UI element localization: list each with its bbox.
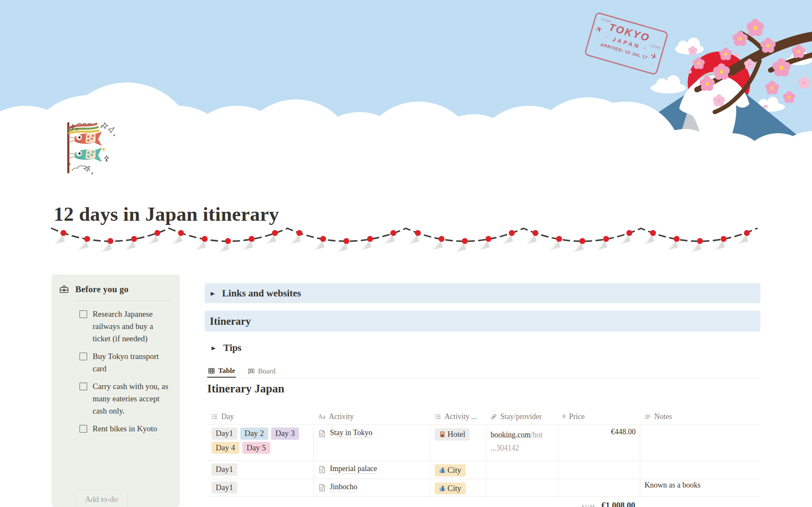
column-label: Activity [329,412,354,421]
notes-cell[interactable] [640,425,760,460]
type-tag-label: City [447,483,461,494]
activity-page-link[interactable]: Stay in Tokyo [330,428,372,438]
board-view-icon [248,368,255,375]
toggle-arrow-icon[interactable]: ▶ [211,290,215,296]
multi-select-icon [435,414,441,420]
day-tag: Day1 [211,463,237,476]
todo-checkbox[interactable] [80,383,87,390]
tab-board-view[interactable]: Board [247,362,277,378]
day-tag: Day1 [211,482,237,494]
activity-cell[interactable]: Jinbocho [314,479,431,497]
todo-label: Buy Tokyo transport card [93,350,172,375]
column-header-notes[interactable]: Notes [640,412,760,421]
add-todo-button[interactable]: Add to-do [75,489,128,507]
cityscape-emoji [439,467,446,474]
activity-page-link[interactable]: Jinbocho [330,482,357,492]
bunting-garland [0,220,812,273]
table-sum-row: SUM €1,008.00 [207,501,760,507]
cover-art [0,0,812,153]
multi-select-icon [211,414,218,420]
day-tag: Day 4 [211,442,239,454]
table-row: Day1 Jinbocho [207,479,760,497]
page-icon [318,430,326,438]
todo-label: Rent bikes in Kyoto [93,422,157,435]
activity-type-cell[interactable]: City [431,479,486,497]
page-icon [318,484,326,492]
tips-toggle-label: Tips [223,343,241,354]
activity-cell[interactable]: Imperial palace [314,461,431,479]
table-header-row: Day Aa Activity Activity ... [207,408,760,425]
database-title[interactable]: Itinerary Japan [207,382,284,395]
sidebar-header: Before you go [52,274,180,299]
day-tag: Day1 [211,428,237,440]
todo-checkbox[interactable] [80,310,87,318]
notes-cell[interactable]: Known as a books [640,479,760,497]
day-tag: Day 3 [271,428,299,440]
stay-provider-cell[interactable] [486,479,558,497]
column-label: Notes [654,412,672,421]
column-header-price[interactable]: # Price [558,412,640,421]
stay-provider-cell[interactable]: booking.com/hot ...304142 [486,425,558,460]
todo-checkbox[interactable] [80,353,87,360]
todo-item: Buy Tokyo transport card [52,348,180,378]
tab-table-label: Table [218,367,235,375]
column-header-activity-type[interactable]: Activity ... [431,412,486,421]
column-label: Price [569,412,585,421]
activity-type-cell[interactable]: Hotel [431,425,486,460]
tab-table-view[interactable]: Table [207,362,236,378]
todo-item: Rent bikes in Kyoto [52,420,180,438]
day-tag: Day 2 [240,428,268,440]
page-title[interactable]: 12 days in Japan itinerary [54,203,279,225]
booking-link[interactable]: booking.com/hot ...304142 [491,426,554,455]
cityscape-emoji [439,485,446,492]
tips-toggle[interactable]: ▶ Tips [207,339,241,357]
day-cell[interactable]: Day1 [207,461,314,479]
activity-page-link[interactable]: Imperial palace [330,464,377,474]
database-view-tabs: Table Board [207,362,760,378]
page-icon-koinobori[interactable] [64,121,117,176]
column-header-stay-provider[interactable]: Stay/provider [486,412,558,421]
stay-provider-cell[interactable] [486,461,558,479]
activity-type-cell[interactable]: City [431,461,486,479]
number-property-icon: # [562,413,566,420]
title-property-icon: Aa [318,413,326,420]
column-label: Stay/provider [500,412,542,421]
day-tag: Day 5 [242,442,270,454]
before-you-go-callout: Before you go Research Japanese railways… [52,274,180,507]
table-view-icon [208,367,215,374]
sidebar-title: Before you go [75,284,129,295]
text-property-icon [645,414,651,420]
main-content: ▶ Links and websites Itinerary ▶ Tips Ta… [207,279,760,507]
links-and-websites-toggle[interactable]: ▶ Links and websites [205,283,760,303]
divider [76,301,170,301]
table-row: Day1Day 2Day 3Day 4Day 5 Stay in Tokyo [207,425,760,461]
day-cell[interactable]: Day1Day 2Day 3Day 4Day 5 [207,425,314,460]
todo-item: Research Japanese railways and buy a tic… [52,305,180,348]
day-cell[interactable]: Day1 [207,479,314,497]
column-header-activity[interactable]: Aa Activity [314,412,431,421]
type-tag-label: Hotel [447,429,465,440]
table-row: Day1 Imperial palace [207,461,760,479]
price-cell[interactable] [558,479,640,497]
column-label: Activity ... [444,412,477,421]
toggle-arrow-icon[interactable]: ▶ [211,345,216,351]
notes-cell[interactable] [640,461,760,479]
tab-board-label: Board [258,367,276,375]
sum-value: €1,008.00 [601,501,635,507]
todo-item: Carry cash with you, as many eateries ac… [52,378,180,420]
sum-label: SUM [582,503,595,507]
column-header-day[interactable]: Day [207,412,314,421]
todo-label: Research Japanese railways and buy a tic… [93,308,172,345]
price-cell[interactable]: €448.00 [558,425,640,460]
cover-image: CSWA ✈ TOKYO · JAPAN · ARRIVED: 12 JUL 1… [0,0,812,153]
activity-cell[interactable]: Stay in Tokyo [314,425,431,460]
todo-checkbox[interactable] [80,425,87,433]
itinerary-table: Day Aa Activity Activity ... [207,408,760,507]
itinerary-heading-label: Itinerary [210,315,251,327]
price-cell[interactable] [558,461,640,479]
type-tag-label: City [447,465,461,476]
link-text-truncated: ...304142 [491,444,519,452]
links-toggle-label: Links and websites [222,288,301,299]
koinobori-icon [64,121,117,176]
url-link-icon [491,414,497,420]
